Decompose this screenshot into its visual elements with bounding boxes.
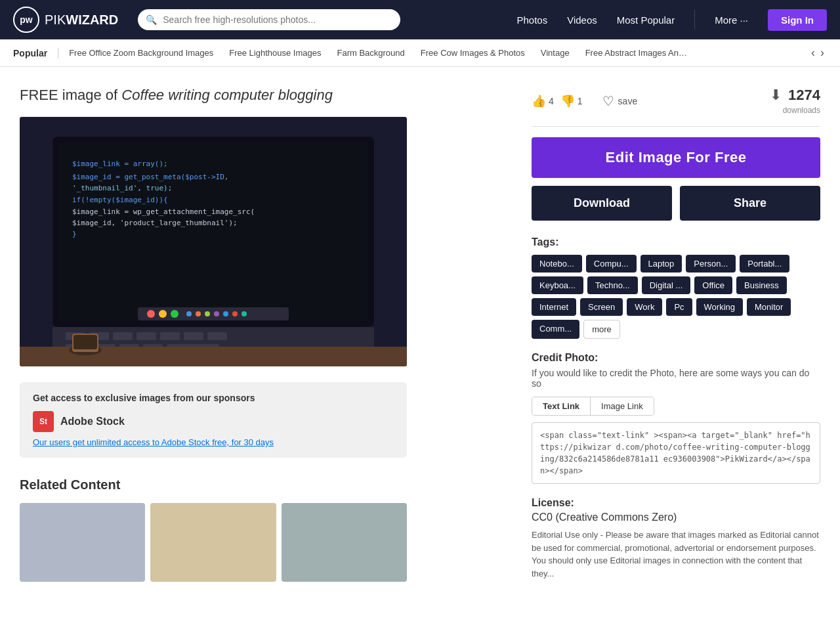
- credit-section: Credit Photo: If you would like to credi…: [532, 352, 820, 484]
- navbar: pw PIKWIZARD 🔍 Photos Videos Most Popula…: [0, 0, 840, 39]
- download-button[interactable]: Download: [532, 186, 672, 221]
- tag-6[interactable]: Techno...: [587, 276, 638, 294]
- tag-14[interactable]: Working: [696, 298, 743, 316]
- svg-text:$image_id = get_post_meta($pos: $image_id = get_post_meta($post->ID,: [72, 173, 228, 181]
- svg-point-25: [159, 310, 167, 318]
- related-grid: [20, 503, 407, 582]
- right-panel: 👍 4 👎 1 ♡ save ⬇ 1274 downloads Edit Ima…: [532, 87, 820, 582]
- nav-most-popular[interactable]: Most Popular: [617, 14, 675, 26]
- svg-point-33: [242, 311, 247, 316]
- tag-7[interactable]: Digital ...: [642, 276, 691, 294]
- svg-point-24: [147, 310, 155, 318]
- cat-item-2[interactable]: Farm Background: [337, 48, 404, 58]
- cat-item-3[interactable]: Free Cow Images & Photos: [421, 48, 525, 58]
- tags-section: Tags: Notebo... Compu... Laptop Person..…: [532, 236, 820, 339]
- adobe-link[interactable]: Our users get unlimited access to Adobe …: [33, 437, 394, 447]
- download-number: 1274: [788, 87, 820, 103]
- tags-label: Tags:: [532, 236, 820, 248]
- tag-5[interactable]: Keyboa...: [532, 276, 583, 294]
- credit-tab-image[interactable]: Image Link: [591, 397, 654, 415]
- search-bar: 🔍: [138, 9, 400, 30]
- license-type: CC0 (Creative Commons Zero): [532, 512, 820, 523]
- credit-description: If you would like to credit the Photo, h…: [532, 368, 820, 389]
- cat-item-5[interactable]: Free Abstract Images An…: [585, 48, 687, 58]
- search-input[interactable]: [138, 9, 400, 30]
- vote-down-count: 1: [578, 96, 583, 106]
- tag-13[interactable]: Pc: [666, 298, 692, 316]
- svg-point-27: [186, 311, 192, 316]
- adobe-icon: St: [33, 411, 54, 432]
- svg-rect-15: [160, 332, 180, 340]
- tag-9[interactable]: Business: [736, 276, 787, 294]
- tag-16[interactable]: Comm...: [532, 320, 579, 339]
- category-bar: Popular Free Office Zoom Background Imag…: [0, 39, 840, 67]
- save-label: save: [618, 96, 638, 106]
- credit-tab-text[interactable]: Text Link: [532, 397, 591, 415]
- image-title: FREE image of Coffee writing computer bl…: [20, 87, 505, 104]
- tag-12[interactable]: Work: [627, 298, 662, 316]
- action-row: 👍 4 👎 1 ♡ save ⬇ 1274 downloads: [532, 87, 820, 127]
- download-icon: ⬇: [770, 87, 782, 103]
- download-label: downloads: [783, 106, 820, 115]
- adobe-name: Adobe Stock: [60, 416, 125, 427]
- credit-title: Credit Photo:: [532, 352, 820, 364]
- tag-8[interactable]: Office: [694, 276, 732, 294]
- main-image: $image_link = array(); $image_id = get_p…: [20, 117, 407, 366]
- share-button[interactable]: Share: [680, 186, 820, 221]
- sponsor-title: Get access to exclusive images from our …: [33, 393, 394, 403]
- tags-more-button[interactable]: more: [583, 320, 620, 339]
- thumbs-down-icon: 👎: [560, 94, 575, 108]
- license-title: License:: [532, 497, 820, 509]
- related-title: Related Content: [20, 477, 505, 492]
- credit-tabs: Text Link Image Link: [532, 397, 654, 416]
- cat-item-0[interactable]: Free Office Zoom Background Images: [69, 48, 213, 58]
- save-button[interactable]: ♡ save: [602, 93, 638, 109]
- related-thumb-1[interactable]: [20, 503, 145, 582]
- cat-prev-button[interactable]: ‹: [808, 46, 818, 60]
- nav-photos[interactable]: Photos: [516, 14, 547, 26]
- logo-icon: pw: [13, 7, 39, 33]
- svg-point-31: [223, 311, 228, 316]
- laptop-illustration: $image_link = array(); $image_id = get_p…: [20, 117, 407, 366]
- sign-in-button[interactable]: Sign In: [768, 9, 827, 31]
- related-thumb-2[interactable]: [150, 503, 276, 582]
- svg-text:$image_id, 'product_large_thum: $image_id, 'product_large_thumbnail');: [72, 219, 238, 227]
- logo-text: PIKWIZARD: [45, 12, 118, 28]
- svg-rect-13: [113, 332, 133, 340]
- svg-point-26: [171, 310, 178, 318]
- svg-text:}: }: [72, 230, 77, 238]
- license-description: Editorial Use only - Please be aware tha…: [532, 529, 820, 580]
- category-items: Free Office Zoom Background Images Free …: [69, 48, 808, 58]
- credit-code[interactable]: <span class="text-link" ><span><a target…: [532, 422, 820, 484]
- left-panel: FREE image of Coffee writing computer bl…: [20, 87, 505, 582]
- tag-1[interactable]: Compu...: [586, 255, 637, 273]
- tag-2[interactable]: Laptop: [640, 255, 682, 273]
- tag-0[interactable]: Notebo...: [532, 255, 582, 273]
- tag-10[interactable]: Internet: [532, 298, 576, 316]
- tag-4[interactable]: Portabl...: [740, 255, 789, 273]
- nav-videos[interactable]: Videos: [567, 14, 597, 26]
- cat-item-4[interactable]: Vintage: [541, 48, 570, 58]
- logo[interactable]: pw PIKWIZARD: [13, 7, 118, 33]
- cat-next-button[interactable]: ›: [818, 46, 827, 60]
- edit-image-button[interactable]: Edit Image For Free: [532, 137, 820, 178]
- main-content: FREE image of Coffee writing computer bl…: [7, 67, 833, 595]
- related-thumb-3[interactable]: [282, 503, 407, 582]
- thumbs-up-icon: 👍: [532, 94, 546, 108]
- vote-up-button[interactable]: 👍 4: [532, 94, 554, 108]
- tag-3[interactable]: Person...: [686, 255, 736, 273]
- vote-down-button[interactable]: 👎 1: [560, 94, 583, 108]
- nav-more[interactable]: More ···: [715, 14, 748, 26]
- tag-15[interactable]: Monitor: [747, 298, 791, 316]
- action-buttons: Download Share: [532, 186, 820, 221]
- vote-up-count: 4: [549, 96, 554, 106]
- download-count-area: ⬇ 1274 downloads: [770, 87, 820, 116]
- tag-11[interactable]: Screen: [580, 298, 623, 316]
- cat-item-1[interactable]: Free Lighthouse Images: [229, 48, 321, 58]
- svg-rect-14: [136, 332, 156, 340]
- adobe-row: St Adobe Stock: [33, 411, 394, 432]
- vote-area: 👍 4 👎 1: [532, 94, 583, 108]
- license-section: License: CC0 (Creative Commons Zero) Edi…: [532, 497, 820, 580]
- svg-text:$image_link = array();: $image_link = array();: [72, 160, 168, 168]
- svg-rect-16: [184, 332, 203, 340]
